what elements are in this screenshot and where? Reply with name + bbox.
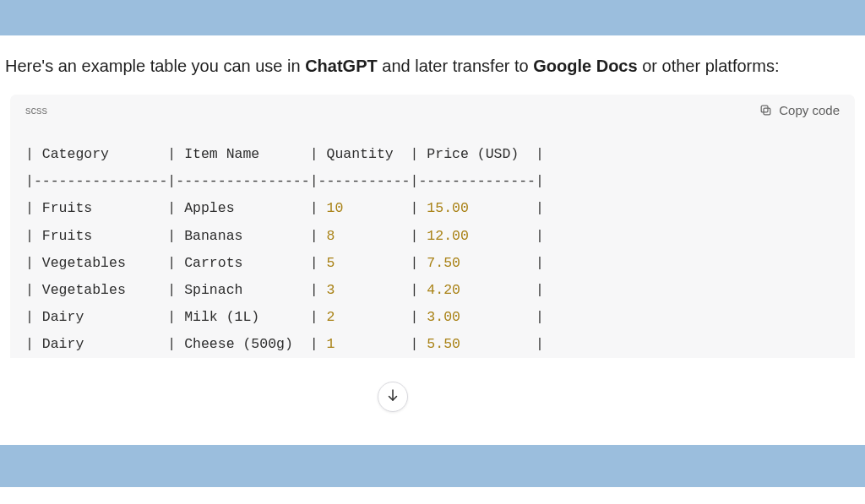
- intro-text-post: or other platforms:: [638, 57, 780, 75]
- message-content: Here's an example table you can use in C…: [0, 35, 865, 358]
- copy-code-label: Copy code: [779, 103, 840, 117]
- intro-paragraph: Here's an example table you can use in C…: [5, 51, 860, 95]
- copy-code-button[interactable]: Copy code: [759, 103, 840, 117]
- page-bottom-margin: [0, 487, 865, 504]
- bold-google-docs: Google Docs: [533, 57, 637, 75]
- code-block-header: scss Copy code: [10, 95, 855, 126]
- code-line: | Vegetables | Spinach | 3 | 4.20 |: [25, 277, 840, 304]
- copy-icon: [759, 103, 773, 117]
- svg-rect-1: [761, 106, 768, 112]
- code-line: | Fruits | Bananas | 8 | 12.00 |: [25, 223, 840, 250]
- code-line: | Category | Item Name | Quantity | Pric…: [25, 141, 840, 168]
- code-language-label: scss: [25, 104, 47, 117]
- code-line: | Dairy | Milk (1L) | 2 | 3.00 |: [25, 304, 840, 331]
- bold-chatgpt: ChatGPT: [305, 57, 378, 75]
- page-footer-bar: [0, 445, 865, 487]
- code-block: scss Copy code | Category | Item Name | …: [10, 95, 855, 358]
- code-line: |----------------|----------------|-----…: [25, 168, 840, 195]
- scroll-down-button[interactable]: [378, 382, 408, 412]
- svg-rect-0: [764, 108, 770, 115]
- code-line: | Fruits | Apples | 10 | 15.00 |: [25, 195, 840, 222]
- page-header-bar: [0, 0, 865, 35]
- code-line: | Dairy | Cheese (500g) | 1 | 5.50 |: [25, 331, 840, 358]
- arrow-down-icon: [385, 387, 400, 406]
- intro-text-pre: Here's an example table you can use in: [5, 57, 305, 75]
- code-block-body[interactable]: | Category | Item Name | Quantity | Pric…: [10, 126, 855, 358]
- intro-text-mid: and later transfer to: [378, 57, 534, 75]
- code-line: | Vegetables | Carrots | 5 | 7.50 |: [25, 250, 840, 277]
